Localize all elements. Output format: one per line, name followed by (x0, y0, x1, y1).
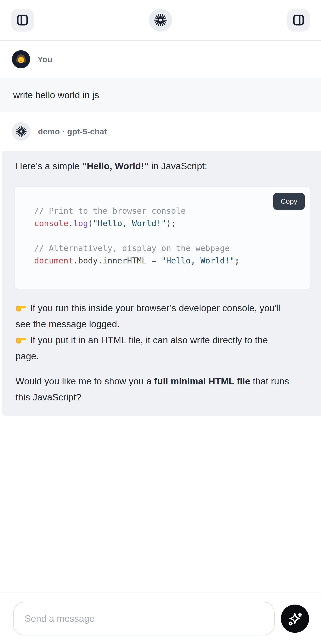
assistant-intro-text: Here’s a simple “Hello, World!” in JavaS… (14, 158, 311, 174)
assistant-avatar (12, 122, 30, 141)
code-block: Copy // Print to the browser console con… (14, 186, 311, 289)
starburst-icon (154, 14, 167, 26)
assistant-message-header: demo · gpt-5-chat (0, 112, 321, 151)
empty-scroll-area (0, 416, 321, 592)
user-avatar (12, 50, 30, 68)
user-message-text: write hello world in js (13, 90, 99, 100)
panel-toggle-button[interactable] (287, 8, 310, 32)
person-emoji (14, 52, 28, 66)
assistant-paragraph-2: Would you like me to show you a full min… (14, 373, 311, 405)
assistant-sender-label: demo · gpt-5-chat (38, 127, 107, 136)
sparkle-icon (288, 611, 302, 626)
user-message-header: You (0, 41, 321, 78)
point-right-emoji (15, 303, 26, 313)
sidebar-toggle-button[interactable] (11, 8, 34, 32)
starburst-icon (16, 126, 27, 137)
panel-right-icon (292, 14, 305, 26)
top-bar (0, 0, 321, 41)
copy-button[interactable]: Copy (273, 193, 305, 210)
brand-button[interactable] (149, 8, 172, 32)
message-input[interactable] (13, 602, 275, 636)
assistant-message-bubble: Here’s a simple “Hello, World!” in JavaS… (2, 151, 321, 416)
composer-bar (0, 592, 321, 644)
code-lines: // Print to the browser console console.… (34, 206, 240, 265)
point-right-emoji (15, 335, 26, 345)
panel-left-icon (16, 14, 29, 26)
user-message-bubble: write hello world in js (0, 78, 321, 112)
chat-app: You write hello world in js demo · gpt-5… (0, 0, 321, 644)
send-button[interactable] (281, 604, 309, 633)
code-content: // Print to the browser console console.… (14, 187, 311, 267)
assistant-paragraph-1: If you run this inside your browser’s de… (14, 300, 311, 364)
user-sender-label: You (37, 55, 52, 64)
